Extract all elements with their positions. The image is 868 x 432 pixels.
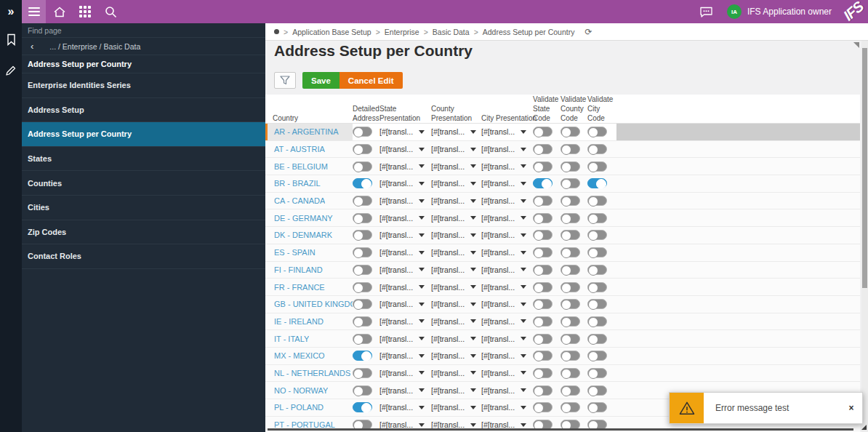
expand-panel-icon[interactable]: » <box>8 6 15 17</box>
presentation-dropdown[interactable]: [#[transl... <box>481 317 526 326</box>
sidebar-item-zip-codes[interactable]: Zip Codes <box>22 220 265 245</box>
country-link[interactable]: ES - SPAIN <box>273 248 316 257</box>
toggle-switch[interactable] <box>560 351 580 361</box>
home-icon[interactable] <box>48 0 71 23</box>
toggle-switch[interactable] <box>533 351 552 361</box>
country-link[interactable]: DE - GERMANY <box>273 214 333 223</box>
presentation-dropdown[interactable]: [#[transl... <box>379 196 425 205</box>
cancel-edit-button[interactable]: Cancel Edit <box>339 72 403 89</box>
toggle-switch[interactable] <box>533 178 552 188</box>
table-row[interactable]: FI - FINLAND[#[transl...[#[transl...[#[t… <box>265 262 860 279</box>
toggle-switch[interactable] <box>587 402 607 412</box>
presentation-dropdown[interactable]: [#[transl... <box>481 248 526 257</box>
table-row[interactable]: BR - BRAZIL[#[transl...[#[transl...[#[tr… <box>265 175 860 193</box>
presentation-dropdown[interactable]: [#[transl... <box>481 127 526 136</box>
toggle-switch[interactable] <box>587 334 607 344</box>
toggle-switch[interactable] <box>533 213 552 223</box>
presentation-dropdown[interactable]: [#[transl... <box>431 369 476 377</box>
country-link[interactable]: AT - AUSTRIA <box>273 145 325 153</box>
presentation-dropdown[interactable]: [#[transl... <box>431 248 476 257</box>
sidebar-item-enterprise-identities-series[interactable]: Enterprise Identities Series <box>22 73 265 98</box>
presentation-dropdown[interactable]: [#[transl... <box>379 231 425 239</box>
toggle-switch[interactable] <box>587 316 607 327</box>
toggle-switch[interactable] <box>560 265 580 275</box>
toggle-switch[interactable] <box>353 368 372 378</box>
presentation-dropdown[interactable]: [#[transl... <box>379 248 425 257</box>
country-link[interactable]: AR - ARGENTINA <box>273 127 339 136</box>
column-header-validate-county[interactable]: Validate County Code <box>560 95 587 127</box>
presentation-dropdown[interactable]: [#[transl... <box>379 351 425 360</box>
presentation-dropdown[interactable]: [#[transl... <box>379 265 425 274</box>
toggle-switch[interactable] <box>533 316 552 327</box>
presentation-dropdown[interactable]: [#[transl... <box>379 145 425 153</box>
presentation-dropdown[interactable]: [#[transl... <box>379 214 425 223</box>
refresh-icon[interactable]: ⟳ <box>584 27 592 37</box>
table-row[interactable]: BE - BELGIUM[#[transl...[#[transl...[#[t… <box>265 158 860 175</box>
toggle-switch[interactable] <box>587 196 607 206</box>
country-link[interactable]: IT - ITALY <box>273 335 309 343</box>
user-avatar[interactable]: IA <box>727 4 742 19</box>
toggle-switch[interactable] <box>533 385 552 396</box>
toggle-switch[interactable] <box>533 230 552 240</box>
presentation-dropdown[interactable]: [#[transl... <box>481 162 526 171</box>
country-link[interactable]: MX - MEXICO <box>273 351 325 360</box>
toggle-switch[interactable] <box>560 247 580 257</box>
toggle-switch[interactable] <box>353 351 372 361</box>
toggle-switch[interactable] <box>353 144 372 154</box>
sidebar-item-contact-roles[interactable]: Contact Roles <box>22 244 265 269</box>
sidebar-item-counties[interactable]: Counties <box>22 171 265 196</box>
presentation-dropdown[interactable]: [#[transl... <box>431 317 476 326</box>
bookmark-icon[interactable] <box>6 33 17 49</box>
presentation-dropdown[interactable]: [#[transl... <box>481 214 526 223</box>
presentation-dropdown[interactable]: [#[transl... <box>431 145 476 153</box>
toggle-switch[interactable] <box>533 127 552 137</box>
presentation-dropdown[interactable]: [#[transl... <box>431 386 476 395</box>
presentation-dropdown[interactable]: [#[transl... <box>431 196 476 205</box>
filter-button[interactable] <box>274 72 296 89</box>
sidebar-item-address-setup-per-country[interactable]: Address Setup per Country <box>22 122 265 147</box>
toggle-switch[interactable] <box>533 402 552 412</box>
toggle-switch[interactable] <box>587 213 607 223</box>
toggle-switch[interactable] <box>560 282 580 292</box>
column-header-county-presentation[interactable]: County Presentation <box>431 95 481 127</box>
toggle-switch[interactable] <box>533 265 552 275</box>
country-link[interactable]: GB - UNITED KINGDOM <box>273 300 353 308</box>
chat-icon[interactable] <box>695 0 718 23</box>
presentation-dropdown[interactable]: [#[transl... <box>379 403 425 412</box>
toggle-switch[interactable] <box>353 282 372 292</box>
presentation-dropdown[interactable]: [#[transl... <box>431 335 476 343</box>
presentation-dropdown[interactable]: [#[transl... <box>431 162 476 171</box>
toggle-switch[interactable] <box>587 282 607 292</box>
presentation-dropdown[interactable]: [#[transl... <box>379 300 425 308</box>
column-header-city-presentation[interactable]: City Presentation <box>481 95 533 127</box>
column-header-country[interactable]: Country <box>273 95 353 127</box>
presentation-dropdown[interactable]: [#[transl... <box>481 403 526 412</box>
toggle-switch[interactable] <box>353 247 372 257</box>
country-link[interactable]: FI - FINLAND <box>273 265 323 274</box>
toggle-switch[interactable] <box>533 247 552 257</box>
breadcrumb-link[interactable]: Application Base Setup <box>292 28 371 36</box>
presentation-dropdown[interactable]: [#[transl... <box>379 283 425 292</box>
presentation-dropdown[interactable]: [#[transl... <box>481 145 526 153</box>
toggle-switch[interactable] <box>587 178 607 188</box>
toggle-switch[interactable] <box>353 402 372 412</box>
presentation-dropdown[interactable]: [#[transl... <box>481 369 526 377</box>
country-link[interactable]: BE - BELGIUM <box>273 162 328 171</box>
table-row[interactable]: CA - CANADA[#[transl...[#[transl...[#[tr… <box>265 193 860 210</box>
toggle-switch[interactable] <box>353 299 372 309</box>
presentation-dropdown[interactable]: [#[transl... <box>379 317 425 326</box>
presentation-dropdown[interactable]: [#[transl... <box>431 179 476 188</box>
toggle-switch[interactable] <box>533 334 552 344</box>
toggle-switch[interactable] <box>560 196 580 206</box>
toggle-switch[interactable] <box>560 144 580 154</box>
toggle-switch[interactable] <box>587 247 607 257</box>
toggle-switch[interactable] <box>560 213 580 223</box>
presentation-dropdown[interactable]: [#[transl... <box>481 351 526 360</box>
presentation-dropdown[interactable]: [#[transl... <box>379 127 425 136</box>
presentation-dropdown[interactable]: [#[transl... <box>481 300 526 308</box>
toggle-switch[interactable] <box>560 299 580 309</box>
sidebar-back-nav[interactable]: ‹ ... / Enterprise / Basic Data <box>22 38 265 55</box>
toggle-switch[interactable] <box>353 316 372 327</box>
toggle-switch[interactable] <box>533 282 552 292</box>
toggle-switch[interactable] <box>587 351 607 361</box>
